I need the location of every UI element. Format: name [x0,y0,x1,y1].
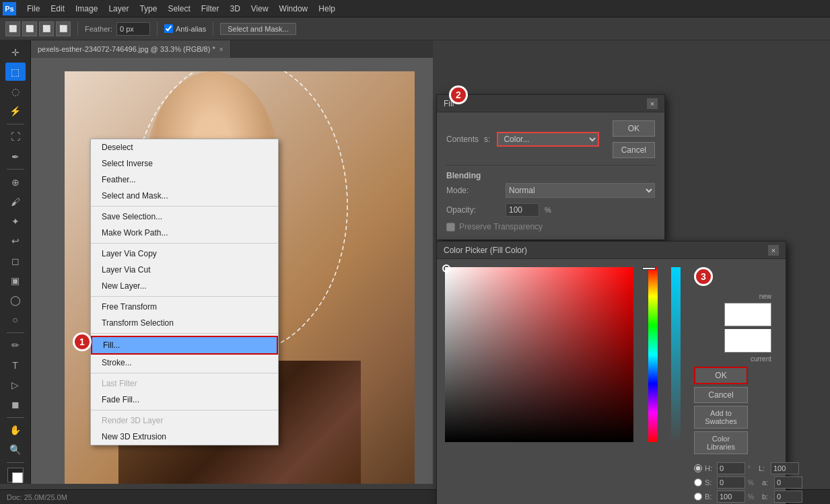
menu-type[interactable]: Type [134,3,162,15]
context-menu[interactable]: Deselect Select Inverse Feather... Selec… [90,139,279,445]
b3-input[interactable] [774,491,802,503]
quick-select-tool[interactable]: ⚡ [5,102,26,120]
step3-area: 3 [694,267,802,286]
h-radio[interactable] [694,464,702,472]
fill-ok-button[interactable]: OK [613,120,655,137]
b-input[interactable] [717,491,745,503]
crop-tool[interactable]: ⛶ [5,128,26,146]
ctx-fill[interactable]: Fill... [91,336,278,355]
blur-tool[interactable]: ◯ [5,291,26,309]
gradient-tool[interactable]: ▣ [5,271,26,289]
b-radio[interactable] [694,493,702,501]
a-input[interactable] [774,476,802,489]
feather-input[interactable] [116,22,150,36]
type-tool[interactable]: T [5,356,26,374]
eraser-tool[interactable]: ◻ [5,252,26,270]
ctx-deselect[interactable]: Deselect [91,139,278,155]
menu-window[interactable]: Window [274,3,314,15]
s-unit: % [748,479,754,487]
clone-stamp-tool[interactable]: ✦ [5,213,26,231]
cp-buttons: OK Cancel Add to Swatches Color Librarie… [694,367,802,454]
ctx-free-transform[interactable]: Free Transform [91,299,278,315]
menu-filter[interactable]: Filter [196,3,225,15]
l-input[interactable] [771,462,799,474]
hue-slider[interactable] [644,267,658,504]
fill-content-select[interactable]: Color... [497,132,598,147]
ctx-make-work-path[interactable]: Make Work Path... [91,225,278,241]
canvas-tab[interactable]: pexels-esther-234072-746496.jpg @ 33.3% … [31,40,231,58]
alpha-slider[interactable] [667,267,681,504]
ctx-fade-fill[interactable]: Fade Fill... [91,392,278,408]
canvas-tab-bar: pexels-esther-234072-746496.jpg @ 33.3% … [31,40,433,58]
ctx-new-3d[interactable]: New 3D Extrusion [91,429,278,445]
s-input[interactable] [717,476,745,489]
canvas-background[interactable]: 1 Deselect Select Inverse Feather... Sel… [31,58,433,484]
opacity-input[interactable] [506,203,539,217]
step-3-badge: 3 [694,267,713,286]
contents-section-label: Contents [446,135,479,144]
healing-brush-tool[interactable]: ⊕ [5,173,26,191]
fill-cancel-button[interactable]: Cancel [613,142,655,158]
menu-file[interactable]: File [22,3,45,15]
menu-view[interactable]: View [246,3,274,15]
h-field-row: H: ° L: [694,462,802,474]
cp-ok-button[interactable]: OK [694,367,748,384]
fill-dialog-close[interactable]: × [647,98,658,109]
eyedropper-tool[interactable]: ✒ [5,147,26,166]
step-2-badge: 2 [449,85,468,104]
ctx-stroke[interactable]: Stroke... [91,355,278,371]
tool-shape-4: ⬜ [56,22,71,36]
cp-color-libraries-button[interactable]: Color Libraries [694,431,748,454]
brush-tool[interactable]: 🖌 [5,192,26,211]
ctx-sep-4 [91,333,278,334]
close-tab-button[interactable]: × [219,46,223,53]
foreground-color[interactable] [7,468,24,482]
new-color-block [724,303,771,326]
pen-tool[interactable]: ✏ [5,336,26,355]
menu-image[interactable]: Image [70,3,103,15]
shape-tool[interactable]: ◼ [5,395,26,413]
ctx-select-mask[interactable]: Select and Mask... [91,188,278,204]
ctx-render-3d: Render 3D Layer [91,412,278,429]
cp-add-swatches-button[interactable]: Add to Swatches [694,406,748,429]
dodge-tool[interactable]: ○ [5,311,26,329]
fill-dialog: Fill × 2 Contents s: Color... OK Canc [436,94,665,240]
move-tool[interactable]: ✛ [5,43,26,61]
color-gradient-field[interactable] [445,267,633,442]
mode-select[interactable]: Normal [506,183,655,198]
menu-edit[interactable]: Edit [45,3,70,15]
color-picker-close[interactable]: × [768,245,779,256]
history-brush-tool[interactable]: ↩ [5,232,26,250]
menu-help[interactable]: Help [313,3,341,15]
path-select-tool[interactable]: ▷ [5,375,26,394]
select-mask-button[interactable]: Select and Mask... [220,23,296,35]
color-picker-title: Color Picker (Fill Color) [444,246,527,255]
ps-logo: Ps [3,2,16,15]
h-input[interactable] [717,462,745,474]
ctx-layer-via-cut[interactable]: Layer Via Cut [91,262,278,278]
ctx-new-layer[interactable]: New Layer... [91,278,278,294]
color-picker-titlebar: Color Picker (Fill Color) × [437,242,786,259]
ctx-select-inverse[interactable]: Select Inverse [91,155,278,172]
s-field-row: S: % a: [694,476,802,489]
h-label: H: [705,464,714,472]
step-1-badge: 1 [73,332,92,351]
ctx-transform-selection[interactable]: Transform Selection [91,315,278,331]
antialias-checkbox[interactable] [164,24,173,33]
lasso-tool[interactable]: ◌ [5,82,26,100]
zoom-tool[interactable]: 🔍 [5,441,26,459]
hsb-fields: H: ° L: S: % a: [694,462,802,504]
cp-cancel-button[interactable]: Cancel [694,387,748,403]
ctx-save-selection[interactable]: Save Selection... [91,209,278,225]
s-radio[interactable] [694,478,702,487]
menu-layer[interactable]: Layer [103,3,134,15]
right-panel: Fill × 2 Contents s: Color... OK Canc [433,40,830,484]
antialias-checkbox-label[interactable]: Anti-alias [164,24,206,33]
menu-3d[interactable]: 3D [224,3,245,15]
ctx-layer-via-copy[interactable]: Layer Via Copy [91,246,278,262]
b-label: B: [705,493,714,501]
hand-tool[interactable]: ✋ [5,421,26,439]
ctx-feather[interactable]: Feather... [91,172,278,188]
marquee-tool[interactable]: ⬚ [5,63,26,81]
menu-select[interactable]: Select [162,3,195,15]
